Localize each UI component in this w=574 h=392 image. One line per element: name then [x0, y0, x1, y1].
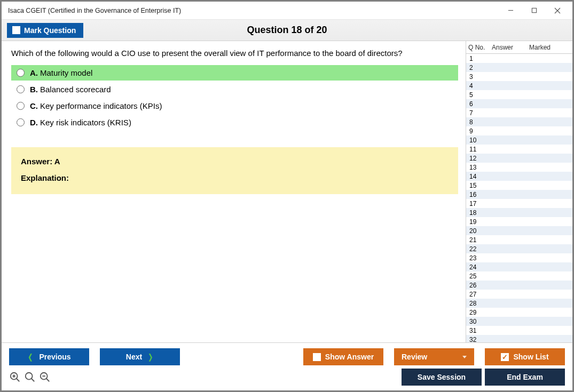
zoom-in-icon[interactable]: [9, 371, 21, 383]
grid-row[interactable]: 4: [466, 81, 572, 90]
grid-row[interactable]: 2: [466, 63, 572, 72]
grid-qno: 28: [466, 300, 490, 307]
grid-row[interactable]: 22: [466, 244, 572, 253]
chevron-right-icon: ❭: [147, 353, 154, 361]
question-pane: Which of the following would a CIO use t…: [2, 41, 466, 342]
grid-row[interactable]: 29: [466, 308, 572, 317]
grid-row[interactable]: 16: [466, 190, 572, 199]
mark-question-button[interactable]: Mark Question: [7, 23, 83, 38]
button-row-2: Save Session End Exam: [9, 366, 565, 388]
end-exam-label: End Exam: [507, 373, 543, 381]
next-button[interactable]: Next ❭: [100, 348, 180, 365]
question-counter: Question 18 of 20: [2, 25, 572, 36]
radio-icon: [17, 85, 25, 93]
previous-button[interactable]: ❬ Previous: [9, 348, 89, 365]
grid-row[interactable]: 20: [466, 226, 572, 235]
button-row-1: ❬ Previous Next ❭ Show Answer Review Sho…: [9, 343, 565, 366]
grid-row[interactable]: 26: [466, 281, 572, 290]
grid-qno: 17: [466, 200, 490, 207]
grid-row[interactable]: 1: [466, 54, 572, 63]
radio-icon: [17, 118, 25, 126]
grid-row[interactable]: 8: [466, 117, 572, 126]
titlebar: Isaca CGEIT (Certified in the Governance…: [2, 2, 572, 20]
option-text: Key risk indicators (KRIS): [40, 118, 131, 127]
grid-row[interactable]: 11: [466, 145, 572, 154]
close-button[interactable]: [546, 3, 569, 19]
end-exam-button[interactable]: End Exam: [485, 369, 565, 386]
grid-qno: 25: [466, 273, 490, 280]
svg-line-5: [17, 379, 20, 382]
grid-row[interactable]: 12: [466, 154, 572, 163]
option-letter: A.: [30, 68, 38, 77]
grid-row[interactable]: 25: [466, 271, 572, 281]
grid-qno: 30: [466, 318, 490, 325]
col-qno[interactable]: Q No.: [466, 41, 490, 53]
option-row[interactable]: A. Maturity model: [11, 65, 458, 81]
checkbox-icon: [12, 26, 20, 34]
answer-box: Answer: A Explanation:: [11, 147, 458, 194]
save-session-button[interactable]: Save Session: [402, 369, 482, 386]
zoom-out-icon[interactable]: [39, 371, 51, 383]
grid-qno: 14: [466, 173, 490, 180]
maximize-button[interactable]: [522, 3, 546, 19]
grid-row[interactable]: 19: [466, 217, 572, 226]
grid-qno: 23: [466, 254, 490, 262]
grid-row[interactable]: 27: [466, 290, 572, 299]
grid-row[interactable]: 28: [466, 299, 572, 308]
grid-qno: 11: [466, 146, 490, 153]
option-letter: C.: [30, 101, 38, 110]
mark-question-label: Mark Question: [24, 26, 76, 35]
grid-qno: 2: [466, 64, 490, 71]
col-marked[interactable]: Marked: [527, 41, 572, 53]
grid-row[interactable]: 3: [466, 72, 572, 81]
grid-qno: 31: [466, 327, 490, 334]
grid-qno: 10: [466, 137, 490, 144]
grid-row[interactable]: 32: [466, 335, 572, 342]
grid-row[interactable]: 6: [466, 99, 572, 108]
grid-row[interactable]: 30: [466, 317, 572, 326]
grid-qno: 13: [466, 164, 490, 171]
radio-icon: [17, 69, 25, 77]
grid-header: Q No. Answer Marked: [466, 41, 572, 54]
show-list-button[interactable]: Show List: [485, 348, 565, 365]
question-prompt: Which of the following would a CIO use t…: [11, 49, 458, 58]
grid-qno: 3: [466, 73, 490, 81]
grid-row[interactable]: 24: [466, 262, 572, 271]
grid-row[interactable]: 17: [466, 199, 572, 208]
option-row[interactable]: D. Key risk indicators (KRIS): [11, 115, 458, 130]
grid-qno: 18: [466, 209, 490, 217]
grid-qno: 8: [466, 118, 490, 126]
grid-row[interactable]: 13: [466, 163, 572, 172]
option-row[interactable]: C. Key performance indicators (KPIs): [11, 98, 458, 114]
col-answer[interactable]: Answer: [490, 41, 527, 53]
option-text: Balanced scorecard: [40, 85, 111, 94]
grid-row[interactable]: 7: [466, 108, 572, 117]
grid-row[interactable]: 10: [466, 135, 572, 145]
grid-row[interactable]: 15: [466, 181, 572, 190]
grid-qno: 24: [466, 263, 490, 271]
grid-qno: 9: [466, 127, 490, 135]
checkbox-icon: [313, 353, 321, 361]
grid-body[interactable]: 1234567891011121314151617181920212223242…: [466, 54, 572, 342]
grid-qno: 16: [466, 191, 490, 198]
zoom-reset-icon[interactable]: [24, 371, 36, 383]
show-answer-label: Show Answer: [325, 353, 374, 361]
grid-row[interactable]: 14: [466, 172, 572, 181]
grid-row[interactable]: 23: [466, 253, 572, 262]
svg-line-11: [46, 379, 50, 382]
grid-qno: 6: [466, 100, 490, 108]
option-row[interactable]: B. Balanced scorecard: [11, 82, 458, 97]
grid-qno: 12: [466, 155, 490, 162]
grid-row[interactable]: 18: [466, 208, 572, 217]
grid-row[interactable]: 5: [466, 90, 572, 99]
review-dropdown[interactable]: Review: [394, 348, 474, 365]
grid-qno: 5: [466, 91, 490, 99]
show-answer-button[interactable]: Show Answer: [303, 348, 383, 365]
grid-row[interactable]: 9: [466, 126, 572, 135]
minimize-button[interactable]: [499, 3, 522, 19]
grid-row[interactable]: 21: [466, 235, 572, 244]
option-text: Key performance indicators (KPIs): [40, 101, 162, 110]
chevron-down-icon: [462, 356, 467, 358]
header-row: Mark Question Question 18 of 20: [2, 20, 572, 41]
grid-row[interactable]: 31: [466, 326, 572, 335]
